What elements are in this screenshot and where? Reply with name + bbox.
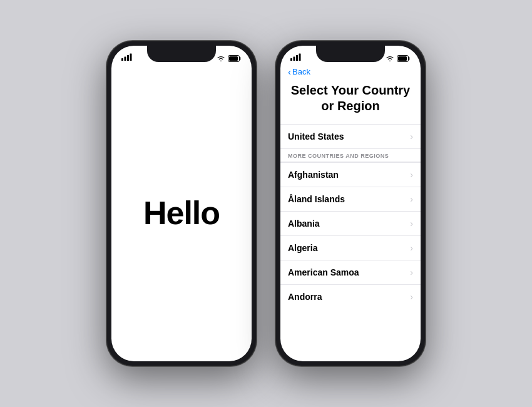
svg-rect-6: [229, 56, 238, 61]
country-item-1[interactable]: Åland Islands ›: [280, 187, 421, 211]
svg-rect-12: [409, 57, 411, 60]
svg-rect-13: [398, 56, 407, 61]
country-name-0: Afghanistan: [288, 170, 339, 180]
country-item-5[interactable]: Andorra ›: [280, 284, 421, 309]
wifi-icon: [217, 56, 225, 62]
notch: [147, 46, 216, 62]
signal-strength: [121, 53, 134, 62]
chevron-icon-4: ›: [410, 267, 413, 277]
country-name-2: Albania: [288, 219, 320, 229]
iphone-country: ‹ Back Select Your Country or Region Uni…: [275, 41, 426, 366]
country-list: United States › MORE COUNTRIES AND REGIO…: [280, 124, 421, 309]
iphone-hello: Hello: [106, 41, 257, 366]
country-item-0[interactable]: Afghanistan ›: [280, 162, 421, 187]
countries-group: Afghanistan › Åland Islands › Albania › …: [280, 162, 421, 309]
country-item-4[interactable]: American Samoa ›: [280, 260, 421, 284]
country-name-1: Åland Islands: [288, 194, 345, 204]
svg-rect-9: [296, 55, 298, 61]
country-name-5: Andorra: [288, 292, 322, 302]
chevron-icon-1: ›: [410, 194, 413, 204]
country-item-2[interactable]: Albania ›: [280, 211, 421, 235]
hello-text: Hello: [143, 194, 220, 232]
country-item-us[interactable]: United States ›: [280, 124, 421, 149]
chevron-icon-2: ›: [410, 219, 413, 229]
svg-rect-2: [127, 55, 129, 61]
svg-rect-5: [240, 57, 242, 60]
country-item-3[interactable]: Algeria ›: [280, 235, 421, 260]
svg-rect-10: [299, 54, 301, 61]
wifi-icon-2: [386, 56, 394, 62]
more-countries-header: MORE COUNTRIES AND REGIONS: [280, 149, 421, 162]
signal-strength-2: [290, 53, 303, 62]
svg-rect-3: [130, 54, 132, 61]
country-name-3: Algeria: [288, 243, 317, 253]
notch-2: [316, 46, 385, 62]
featured-section: United States ›: [280, 124, 421, 149]
back-button[interactable]: ‹ Back: [288, 67, 310, 76]
chevron-icon-5: ›: [410, 292, 413, 302]
chevron-icon-0: ›: [410, 170, 413, 180]
back-chevron-icon: ‹: [288, 67, 291, 76]
country-name-us: United States: [288, 131, 344, 142]
svg-rect-8: [294, 57, 295, 61]
back-label: Back: [292, 67, 310, 76]
svg-rect-1: [125, 57, 126, 61]
status-right-2: [386, 55, 411, 62]
svg-rect-0: [121, 58, 123, 61]
battery-icon: [228, 55, 242, 62]
screen-title: Select Your Country or Region: [280, 79, 421, 124]
country-screen: ‹ Back Select Your Country or Region Uni…: [280, 64, 421, 361]
svg-rect-7: [290, 58, 292, 61]
chevron-icon-us: ›: [410, 131, 413, 142]
back-navigation: ‹ Back: [280, 64, 421, 79]
chevron-icon-3: ›: [410, 243, 413, 253]
hello-screen: Hello: [111, 64, 252, 361]
battery-icon-2: [397, 55, 411, 62]
country-name-4: American Samoa: [288, 267, 359, 277]
status-right-1: [217, 55, 242, 62]
